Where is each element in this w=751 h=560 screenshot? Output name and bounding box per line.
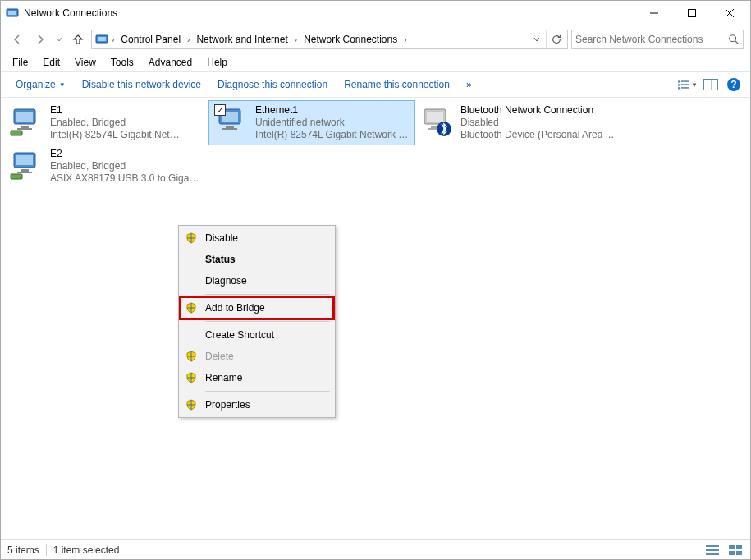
connection-device: Intel(R) 82574L Gigabit Network C... <box>255 129 410 141</box>
svg-rect-36 <box>21 169 29 172</box>
svg-rect-21 <box>16 112 33 122</box>
checkbox-checked-icon[interactable]: ✓ <box>214 104 226 116</box>
svg-rect-38 <box>11 174 22 179</box>
shield-icon <box>184 231 199 246</box>
svg-rect-30 <box>427 112 443 122</box>
svg-rect-44 <box>729 551 735 555</box>
connection-item[interactable]: E2 Enabled, Bridged ASIX AX88179 USB 3.0… <box>4 145 209 188</box>
svg-rect-35 <box>16 155 33 165</box>
connection-device: Intel(R) 82574L Gigabit Net… <box>50 129 180 141</box>
connection-device: ASIX AX88179 USB 3.0 to Gigabit Network … <box>50 172 204 185</box>
title-bar: Network Connections <box>1 1 750 25</box>
address-dropdown[interactable] <box>529 30 544 48</box>
breadcrumb[interactable]: Network and Internet <box>193 32 291 47</box>
preview-pane-button[interactable] <box>701 75 721 94</box>
ctx-status[interactable]: Status <box>181 249 333 270</box>
svg-rect-1 <box>8 11 16 15</box>
svg-rect-12 <box>678 84 680 85</box>
svg-rect-23 <box>17 128 32 130</box>
svg-rect-16 <box>704 80 718 90</box>
navigation-bar: › Control Panel › Network and Internet ›… <box>1 25 750 53</box>
ethernet-icon <box>9 104 44 139</box>
view-options-button[interactable]: ▼ <box>678 75 698 94</box>
details-view-button[interactable] <box>704 544 721 557</box>
back-button[interactable] <box>7 30 27 49</box>
chevron-right-icon[interactable]: › <box>293 35 299 44</box>
svg-rect-15 <box>681 87 689 89</box>
help-button[interactable]: ? <box>724 75 744 94</box>
address-bar[interactable]: › Control Panel › Network and Internet ›… <box>91 30 568 49</box>
bluetooth-icon <box>419 104 454 139</box>
chevron-right-icon[interactable]: › <box>110 35 116 44</box>
menu-view[interactable]: View <box>68 55 103 70</box>
ethernet-icon: ✓ <box>214 104 249 139</box>
rename-button[interactable]: Rename this connection <box>336 76 458 94</box>
menu-edit[interactable]: Edit <box>36 55 66 70</box>
context-menu: Disable Status Diagnose Add to Bridge Cr… <box>178 225 336 418</box>
ctx-properties[interactable]: Properties <box>181 394 333 415</box>
ctx-delete: Delete <box>181 346 333 367</box>
large-icons-view-button[interactable] <box>727 544 744 557</box>
svg-rect-28 <box>222 128 237 130</box>
svg-line-9 <box>735 41 739 44</box>
connection-item[interactable]: E1 Enabled, Bridged Intel(R) 82574L Giga… <box>4 101 209 145</box>
ctx-rename[interactable]: Rename <box>181 367 333 388</box>
connection-status: Enabled, Bridged <box>50 160 204 172</box>
refresh-button[interactable] <box>546 30 566 48</box>
connection-status: Unidentified network <box>255 117 410 129</box>
menu-advanced[interactable]: Advanced <box>142 55 199 70</box>
status-selection: 1 item selected <box>53 544 120 556</box>
menu-help[interactable]: Help <box>200 55 234 70</box>
diagnose-button[interactable]: Diagnose this connection <box>209 76 336 94</box>
connection-name: Bluetooth Network Connection <box>460 104 614 117</box>
ctx-create-shortcut[interactable]: Create Shortcut <box>181 324 333 346</box>
close-button[interactable] <box>711 2 749 25</box>
app-icon <box>6 7 19 20</box>
shield-icon <box>184 349 199 364</box>
menu-file[interactable]: File <box>6 55 34 70</box>
chevron-right-icon[interactable]: › <box>185 35 191 44</box>
separator <box>205 391 330 392</box>
overflow-button[interactable]: » <box>458 76 480 94</box>
svg-rect-14 <box>678 87 680 89</box>
search-input[interactable] <box>575 34 728 45</box>
content-area: E1 Enabled, Bridged Intel(R) 82574L Giga… <box>1 98 750 539</box>
svg-rect-11 <box>681 80 689 82</box>
svg-point-8 <box>730 35 736 42</box>
menu-bar: File Edit View Tools Advanced Help <box>1 53 750 71</box>
ethernet-icon <box>9 148 44 182</box>
search-icon[interactable] <box>728 34 740 45</box>
status-count: 5 items <box>7 544 39 556</box>
breadcrumb[interactable]: Control Panel <box>117 32 184 47</box>
up-button[interactable] <box>68 30 88 49</box>
search-box[interactable] <box>571 30 744 49</box>
minimize-button[interactable] <box>635 2 673 25</box>
separator <box>205 294 330 295</box>
recent-dropdown[interactable] <box>53 30 65 49</box>
chevron-right-icon[interactable]: › <box>402 35 408 44</box>
svg-rect-13 <box>681 84 689 85</box>
caret-down-icon: ▼ <box>59 81 66 89</box>
svg-rect-41 <box>706 553 719 555</box>
menu-tools[interactable]: Tools <box>104 55 140 70</box>
maximize-button[interactable] <box>673 2 711 25</box>
svg-text:?: ? <box>730 79 736 90</box>
forward-button[interactable] <box>30 30 50 49</box>
separator <box>205 321 330 322</box>
svg-rect-43 <box>736 545 742 549</box>
ctx-diagnose[interactable]: Diagnose <box>181 270 333 291</box>
connection-item[interactable]: ✓ Ethernet1 Unidentified network Intel(R… <box>209 101 414 145</box>
svg-rect-22 <box>21 126 29 128</box>
connection-item[interactable]: Bluetooth Network Connection Disabled Bl… <box>414 101 620 145</box>
connection-device: Bluetooth Device (Personal Area ... <box>460 129 614 141</box>
ctx-add-to-bridge[interactable]: Add to Bridge <box>181 297 333 319</box>
connection-name: E1 <box>50 104 180 117</box>
disable-device-button[interactable]: Disable this network device <box>74 76 209 94</box>
ctx-disable[interactable]: Disable <box>181 227 333 249</box>
svg-rect-24 <box>11 131 22 135</box>
connection-status: Enabled, Bridged <box>50 117 180 129</box>
shield-icon <box>184 370 199 385</box>
breadcrumb[interactable]: Network Connections <box>300 32 401 47</box>
svg-rect-27 <box>226 126 234 128</box>
organize-button[interactable]: Organize▼ <box>7 76 74 94</box>
